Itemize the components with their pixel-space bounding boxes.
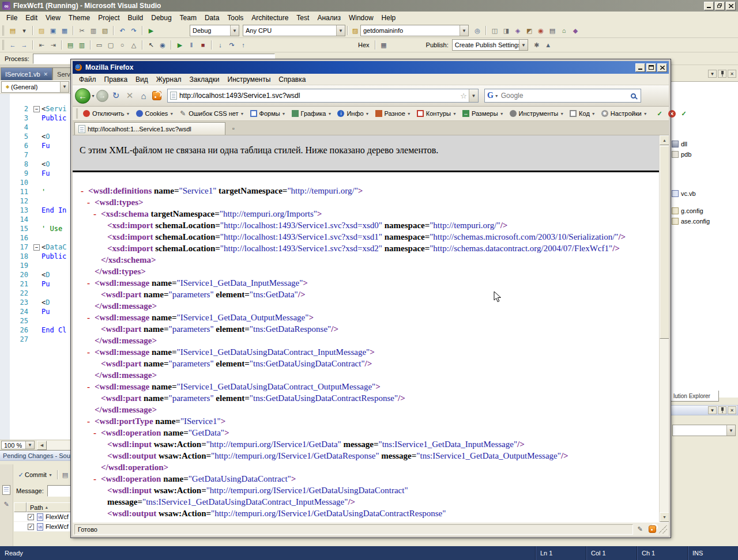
doc-tab-iservice1[interactable]: IService1.vb ✕ (1, 67, 52, 80)
auto-hide-pin-icon[interactable] (718, 406, 726, 414)
memory-window-icon[interactable]: ▦ (379, 40, 389, 50)
types-combo[interactable]: ◆ (General) ▼ (1, 81, 69, 93)
search-magnifier-icon[interactable] (631, 93, 636, 99)
collapse-toggle[interactable]: - (87, 415, 95, 427)
web-one-click-icon[interactable]: ▲ (543, 40, 554, 50)
shelve-icon[interactable]: ▤ (60, 470, 70, 479)
back-history-dropdown-icon[interactable]: ▼ (91, 94, 95, 98)
pending-comment-icon[interactable]: ✎ (3, 501, 9, 508)
include-checkbox[interactable]: ✓ (28, 524, 34, 530)
bookmark-star-icon[interactable]: ☆ (460, 92, 467, 100)
new-item-icon[interactable]: ▤ (7, 26, 18, 35)
step-over-icon[interactable]: ↷ (227, 40, 237, 50)
solution-explorer-tab[interactable]: lution Explorer (671, 391, 719, 402)
menu-item-test[interactable]: Test (292, 13, 313, 23)
publish-settings-icon[interactable]: ✱ (532, 40, 542, 50)
polygon-tool-icon[interactable]: △ (129, 40, 139, 50)
devbar-cookies-menu[interactable]: Cookies▼ (133, 109, 177, 118)
rss-feed-icon[interactable] (152, 91, 161, 100)
solution-explorer-icon[interactable]: ◫ (490, 26, 500, 35)
back-button[interactable]: ← (75, 88, 91, 104)
scroll-up-button[interactable]: ▲ (660, 135, 669, 145)
decrease-indent-icon[interactable]: ⇤ (36, 40, 47, 50)
css-valid-check-icon[interactable]: ✓ (680, 110, 688, 118)
resize-grip[interactable] (659, 525, 667, 533)
vs-close-button[interactable] (726, 2, 736, 10)
fold-collapse-icon[interactable]: − (33, 106, 40, 112)
properties-window-icon[interactable]: ◨ (501, 26, 511, 35)
auto-hide-pin-icon[interactable] (718, 70, 726, 78)
start-page-icon[interactable]: ⌂ (559, 26, 569, 35)
firefox-close-button[interactable] (657, 63, 667, 72)
devbar-disable-menu[interactable]: Отключить▼ (80, 109, 133, 118)
save-all-icon[interactable]: ▦ (59, 26, 70, 35)
extension-manager-icon[interactable]: ◆ (570, 26, 581, 35)
solution-file-item[interactable]: g.config (671, 206, 738, 216)
debug-configuration-combo[interactable]: Debug ▼ (190, 25, 239, 36)
hscroll-left-button[interactable]: ◀ (37, 441, 47, 450)
toolbar-gripper[interactable] (2, 25, 5, 36)
solution-file-item[interactable]: vc.vb (671, 188, 738, 199)
menu-item-закладки[interactable]: Закладки (186, 74, 224, 85)
url-bar[interactable]: ☆ ▼ (167, 89, 479, 103)
devbar-outline-menu[interactable]: Контуры▼ (414, 109, 460, 118)
search-box[interactable]: G ▼ (484, 89, 641, 103)
find-combo-input[interactable] (363, 27, 455, 34)
search-engine-dropdown-icon[interactable]: ▼ (495, 94, 499, 98)
include-checkbox[interactable]: ✓ (28, 514, 34, 520)
firefox-maximize-button[interactable] (646, 63, 656, 72)
grid-header-blank[interactable] (14, 502, 27, 512)
commit-button[interactable]: ✓ Commit ▼ (14, 469, 55, 480)
output-window-icon[interactable]: ▤ (547, 26, 558, 35)
step-out-icon[interactable]: ↑ (238, 40, 248, 50)
new-item-dropdown-icon[interactable]: ▾ (19, 26, 29, 35)
source-files-icon[interactable] (2, 485, 10, 495)
paste-icon[interactable]: ▧ (100, 26, 110, 35)
collapse-toggle[interactable]: - (87, 312, 95, 323)
menu-item-build[interactable]: Build (124, 13, 148, 23)
menu-item-view[interactable]: View (42, 13, 65, 23)
firefox-minimize-button[interactable] (635, 63, 645, 72)
menu-item-edit[interactable]: Edit (21, 13, 42, 23)
open-file-icon[interactable]: ▨ (36, 26, 47, 35)
menu-item-tools[interactable]: Tools (223, 13, 247, 23)
url-input[interactable] (179, 90, 458, 101)
hex-toggle[interactable]: Hex (358, 41, 370, 48)
step-into-icon[interactable]: ↓ (215, 40, 225, 50)
browser-tab[interactable]: http://localhost:1...Service1.svc?wsdl (74, 122, 225, 135)
ellipse-tool-icon[interactable]: ○ (117, 40, 127, 50)
reload-button[interactable]: ↻ (110, 89, 122, 102)
toolbox-icon[interactable]: ◩ (524, 26, 534, 35)
menu-item-вид[interactable]: Вид (131, 74, 152, 85)
increase-indent-icon[interactable]: ⇥ (48, 40, 58, 50)
menu-item-help[interactable]: Help (378, 13, 400, 23)
publish-combo[interactable]: Create Publish Settings ▼ (452, 39, 528, 51)
menu-item-theme[interactable]: Theme (65, 13, 94, 23)
navigate-backward-icon[interactable]: ← (7, 40, 18, 50)
home-button[interactable]: ⌂ (137, 89, 150, 102)
zoom-tool-icon[interactable]: ◉ (157, 40, 168, 50)
fold-collapse-icon[interactable]: − (33, 244, 40, 251)
redo-icon[interactable]: ↷ (129, 26, 139, 35)
undo-icon[interactable]: ↶ (117, 26, 127, 35)
edit-css-icon[interactable]: ✎ (635, 524, 645, 535)
collapse-toggle[interactable]: - (81, 185, 88, 196)
google-engine-icon[interactable]: G (487, 91, 494, 100)
run-icon[interactable]: ▶ (175, 40, 185, 50)
save-icon[interactable]: ▣ (48, 26, 58, 35)
solution-file-item[interactable]: dll (671, 139, 738, 149)
devbar-css-menu[interactable]: ✎Ошибок CSS нет▼ (176, 109, 247, 118)
forward-button[interactable]: → (96, 90, 108, 102)
menu-item-анализ[interactable]: Анализ (313, 13, 345, 23)
vs-restore-button[interactable] (715, 2, 725, 10)
close-icon[interactable]: ✕ (728, 406, 736, 414)
menu-item-журнал[interactable]: Журнал (152, 74, 186, 85)
menu-item-file[interactable]: File (2, 13, 21, 23)
scrollbar-thumb[interactable] (660, 146, 669, 339)
start-debug-icon[interactable]: ▶ (146, 26, 156, 35)
properties-panel-header[interactable]: ▼ ✕ (671, 405, 738, 415)
url-history-dropdown-icon[interactable]: ▼ (469, 89, 478, 102)
collapse-toggle[interactable]: - (87, 196, 95, 208)
menu-item-team[interactable]: Team (176, 13, 201, 23)
collapse-toggle[interactable]: - (87, 346, 95, 358)
